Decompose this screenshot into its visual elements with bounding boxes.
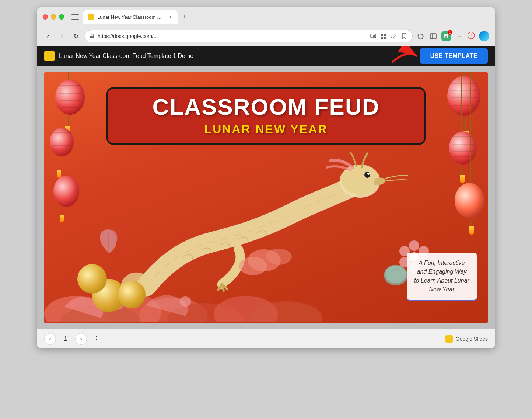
tab-title: Lunar New Year Classroom Feu xyxy=(97,14,164,20)
google-slides-label: Google Slides xyxy=(445,335,488,343)
extensions-icon[interactable] xyxy=(416,32,425,41)
new-tab-button[interactable]: + xyxy=(179,12,189,22)
notification-badge: 1 xyxy=(448,30,452,35)
left-lanterns xyxy=(44,72,103,323)
back-button[interactable]: ‹ xyxy=(43,31,53,41)
svg-point-51 xyxy=(385,266,406,283)
prev-slide-button[interactable]: ‹ xyxy=(44,333,56,345)
lantern-right-3 xyxy=(455,183,484,218)
lantern-right-2 xyxy=(449,131,477,165)
svg-rect-3 xyxy=(381,34,383,36)
slide-sub-title: LUNAR NEW YEAR xyxy=(119,122,413,136)
edge-icon[interactable] xyxy=(479,31,489,41)
slide-main-title: CLASSROOM FEUD xyxy=(119,94,413,120)
svg-rect-5 xyxy=(381,37,383,39)
bottom-toolbar: ‹ 1 › ⋮ Google Slides xyxy=(37,329,495,348)
lantern-right-1 xyxy=(447,76,480,116)
active-tab[interactable]: Lunar New Year Classroom Feu ✕ xyxy=(83,10,178,24)
svg-rect-4 xyxy=(384,34,386,36)
svg-rect-2 xyxy=(373,35,375,37)
browser-extras: 1 ··· ! xyxy=(416,31,489,41)
sidebar-toggle-icon[interactable] xyxy=(71,14,79,20)
svg-text:!: ! xyxy=(471,34,472,38)
calc-extension-icon[interactable]: 1 xyxy=(441,31,451,41)
slides-title: Lunar New Year Classroom Feud Template 1… xyxy=(59,53,416,59)
address-bar-icons: Aᴬ xyxy=(370,32,408,40)
tab-favicon xyxy=(88,14,94,20)
slides-doc-icon xyxy=(44,51,55,61)
svg-rect-6 xyxy=(384,37,386,39)
title-box: CLASSROOM FEUD LUNAR NEW YEAR xyxy=(106,87,426,145)
lock-icon xyxy=(90,34,95,39)
dragon-decoration xyxy=(99,146,414,301)
arrow-indicator xyxy=(388,46,421,66)
google-slides-text: Google Slides xyxy=(456,336,488,342)
info-box-text: A Fun, Interactive and Engaging Way to L… xyxy=(414,259,469,294)
slide-number: 1 xyxy=(62,336,69,342)
more-tools-icon[interactable]: ! xyxy=(467,31,475,41)
bookmark-icon[interactable] xyxy=(400,32,408,40)
close-button[interactable] xyxy=(43,14,48,20)
tab-area: Lunar New Year Classroom Feu ✕ + xyxy=(83,10,189,24)
lantern-left-2 xyxy=(50,128,74,156)
pip-icon[interactable] xyxy=(370,32,377,40)
grid-icon[interactable] xyxy=(380,32,387,40)
slides-header: Lunar New Year Classroom Feud Template 1… xyxy=(37,46,495,66)
svg-point-31 xyxy=(239,257,267,275)
address-bar[interactable]: https://docs.google.com/... Aᴬ xyxy=(85,30,413,42)
svg-text:Aᴬ: Aᴬ xyxy=(391,34,396,39)
tab-close-icon[interactable]: ✕ xyxy=(167,14,172,20)
svg-point-28 xyxy=(364,172,370,178)
slide-more-options-button[interactable]: ⋮ xyxy=(93,335,100,343)
svg-rect-8 xyxy=(430,34,436,39)
forward-button[interactable]: › xyxy=(57,31,67,41)
next-slide-button[interactable]: › xyxy=(75,333,87,345)
title-bar: Lunar New Year Classroom Feu ✕ + xyxy=(37,7,495,27)
svg-point-32 xyxy=(266,249,292,265)
traffic-lights xyxy=(43,14,64,20)
info-box: A Fun, Interactive and Engaging Way to L… xyxy=(407,253,477,301)
google-slides-icon xyxy=(445,335,453,343)
teal-decorations xyxy=(383,260,409,286)
url-text: https://docs.google.com/... xyxy=(98,33,367,39)
fullscreen-button[interactable] xyxy=(59,14,64,20)
slide-container: CLASSROOM FEUD LUNAR NEW YEAR xyxy=(44,72,488,323)
reload-button[interactable]: ↻ xyxy=(71,31,81,41)
svg-point-43 xyxy=(409,240,419,251)
lantern-left-3 xyxy=(53,176,79,207)
svg-rect-0 xyxy=(90,36,94,38)
more-options-button[interactable]: ··· xyxy=(455,32,463,41)
read-aloud-icon[interactable]: Aᴬ xyxy=(390,32,398,40)
use-template-button[interactable]: USE TEMPLATE xyxy=(420,48,488,64)
minimize-button[interactable] xyxy=(51,14,56,20)
sidebar-icon[interactable] xyxy=(429,32,438,41)
address-bar-row: ‹ › ↻ https://docs.google.com/... xyxy=(37,27,495,46)
slide-viewport: CLASSROOM FEUD LUNAR NEW YEAR xyxy=(37,66,495,329)
browser-window: Lunar New Year Classroom Feu ✕ + ‹ › ↻ h… xyxy=(37,7,495,348)
svg-point-29 xyxy=(367,173,370,175)
